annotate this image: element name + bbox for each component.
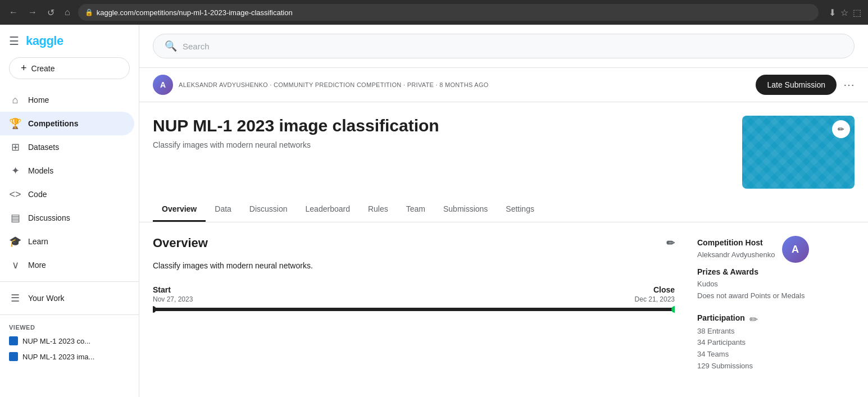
viewed-dot-icon — [9, 336, 18, 345]
sidebar-item-label: Discussions — [28, 213, 70, 222]
kaggle-logo: kaggle — [26, 34, 63, 48]
host-avatar-small: A — [153, 75, 173, 95]
tab-rules[interactable]: Rules — [359, 198, 397, 222]
competition-sidebar-info: Competition Host Aleksandr Avdyushenko A… — [697, 236, 855, 384]
bookmark-icon[interactable]: ☆ — [840, 7, 848, 18]
download-icon[interactable]: ⬇ — [829, 7, 836, 18]
sidebar-item-more[interactable]: ∨ More — [0, 253, 134, 277]
meta-left: A ALEKSANDR AVDYUSHENKO · COMMUNITY PRED… — [153, 75, 489, 95]
timeline-dot-start — [153, 306, 156, 313]
sidebar: ☰ kaggle + Create ⌂ Home 🏆 Competitions … — [0, 25, 139, 397]
tabs-bar: Overview Data Discussion Leaderboard Rul… — [139, 198, 868, 222]
app-layout: ☰ kaggle + Create ⌂ Home 🏆 Competitions … — [0, 25, 868, 397]
participants-text: 34 Participants — [697, 337, 855, 349]
meta-info: ALEKSANDR AVDYUSHENKO · COMMUNITY PREDIC… — [179, 81, 489, 88]
main-content: 🔍 Search A ALEKSANDR AVDYUSHENKO · COMMU… — [139, 25, 868, 397]
timeline: Start Nov 27, 2023 Close Dec 21, 2023 — [153, 285, 675, 311]
award-note: Does not award Points or Medals — [697, 290, 855, 302]
host-name-text: Aleksandr Avdyushenko — [697, 249, 775, 261]
submissions-text: 129 Submissions — [697, 361, 855, 372]
meta-separator: · — [270, 81, 274, 88]
tab-discussion[interactable]: Discussion — [240, 198, 297, 222]
prizes-info-block: Prizes & Awards Kudos Does not award Poi… — [697, 267, 855, 302]
url-bar[interactable]: 🔒 kaggle.com/competitions/nup-ml-1-2023-… — [78, 4, 819, 21]
refresh-button[interactable]: ↺ — [45, 5, 57, 20]
entrants-text: 38 Entrants — [697, 326, 855, 337]
tab-submissions[interactable]: Submissions — [434, 198, 497, 222]
models-icon: ✦ — [9, 165, 21, 177]
host-section-title: Competition Host — [697, 238, 775, 247]
host-avatar-large: A — [782, 236, 809, 263]
url-text: kaggle.com/competitions/nup-ml-1-2023-im… — [97, 8, 293, 17]
back-button[interactable]: ← — [7, 5, 20, 20]
overview-section-title: Overview ✏ — [153, 236, 675, 250]
create-button[interactable]: + Create — [9, 57, 130, 79]
competition-title: NUP ML-1 2023 image classification — [153, 116, 729, 136]
participation-edit-icon[interactable]: ✏ — [749, 313, 758, 326]
sidebar-item-label: Models — [28, 166, 53, 175]
sidebar-item-label: Datasets — [28, 143, 59, 152]
search-input[interactable]: Search — [183, 42, 210, 51]
viewed-section-label: VIEWED — [0, 320, 139, 333]
search-box[interactable]: 🔍 Search — [153, 34, 855, 58]
trophy-icon: 🏆 — [9, 117, 21, 130]
your-work-icon: ☰ — [9, 292, 21, 304]
prizes-title: Prizes & Awards — [697, 267, 855, 276]
competition-subtitle: Classify images with modern neural netwo… — [153, 140, 729, 149]
sidebar-item-label: More — [28, 261, 46, 270]
tab-data[interactable]: Data — [206, 198, 240, 222]
tab-label: Overview — [162, 204, 197, 213]
time-ago: 8 MONTHS AGO — [439, 81, 488, 88]
meta-bar: A ALEKSANDR AVDYUSHENKO · COMMUNITY PRED… — [139, 68, 868, 102]
sidebar-item-learn[interactable]: 🎓 Learn — [0, 230, 134, 253]
tab-leaderboard[interactable]: Leaderboard — [297, 198, 359, 222]
viewed-item[interactable]: NUP ML-1 2023 co... — [0, 333, 139, 349]
close-date: Dec 21, 2023 — [635, 295, 675, 303]
sidebar-item-label: Code — [28, 190, 47, 199]
sidebar-item-your-work[interactable]: ☰ Your Work — [0, 286, 134, 310]
sidebar-item-competitions[interactable]: 🏆 Competitions — [0, 112, 134, 135]
sidebar-item-discussions[interactable]: ▤ Discussions — [0, 206, 134, 230]
browser-chrome: ← → ↺ ⌂ 🔒 kaggle.com/competitions/nup-ml… — [0, 0, 868, 25]
viewed-item[interactable]: NUP ML-1 2023 ima... — [0, 349, 139, 364]
sidebar-divider — [0, 281, 139, 282]
host-name: ALEKSANDR AVDYUSHENKO — [179, 81, 268, 88]
meta-separator-2: · — [403, 81, 407, 88]
visibility: PRIVATE — [407, 81, 434, 88]
competition-page: A ALEKSANDR AVDYUSHENKO · COMMUNITY PRED… — [139, 68, 868, 397]
late-submission-button[interactable]: Late Submission — [756, 75, 837, 95]
forward-button[interactable]: → — [26, 5, 39, 20]
code-icon: <> — [9, 188, 21, 200]
meta-right: Late Submission ⋯ — [756, 75, 855, 95]
home-button[interactable]: ⌂ — [62, 5, 72, 20]
competition-header: NUP ML-1 2023 image classification Class… — [139, 102, 868, 189]
overview-edit-icon[interactable]: ✏ — [666, 237, 675, 249]
start-date: Nov 27, 2023 — [153, 295, 193, 303]
tab-settings[interactable]: Settings — [497, 198, 543, 222]
sidebar-item-home[interactable]: ⌂ Home — [0, 88, 134, 112]
more-options-button[interactable]: ⋯ — [843, 78, 855, 92]
sidebar-item-label: Competitions — [28, 119, 78, 128]
timeline-start: Start Nov 27, 2023 — [153, 285, 193, 303]
overview-title-text: Overview — [153, 236, 208, 250]
browser-actions: ⬇ ☆ ⬚ — [829, 7, 861, 18]
sidebar-item-code[interactable]: <> Code — [0, 182, 134, 206]
host-large-initial: A — [792, 244, 799, 255]
start-label: Start — [153, 285, 193, 294]
participation-header: Participation ✏ — [697, 313, 855, 326]
sidebar-item-datasets[interactable]: ⊞ Datasets — [0, 135, 134, 159]
learn-icon: 🎓 — [9, 235, 21, 248]
create-label: Create — [31, 64, 55, 73]
sidebar-item-models[interactable]: ✦ Models — [0, 159, 134, 182]
tab-label: Rules — [368, 204, 388, 213]
viewed-item-label: NUP ML-1 2023 co... — [22, 337, 90, 345]
banner-edit-button[interactable]: ✏ — [832, 120, 850, 138]
hamburger-icon[interactable]: ☰ — [9, 34, 19, 48]
sidebar-item-label: Home — [28, 95, 49, 104]
extensions-icon[interactable]: ⬚ — [853, 7, 861, 18]
sidebar-header: ☰ kaggle — [0, 25, 139, 53]
tab-team[interactable]: Team — [397, 198, 434, 222]
overview-description: Classify images with modern neural netwo… — [153, 259, 675, 272]
timeline-close: Close Dec 21, 2023 — [635, 285, 675, 303]
tab-overview[interactable]: Overview — [153, 198, 206, 222]
